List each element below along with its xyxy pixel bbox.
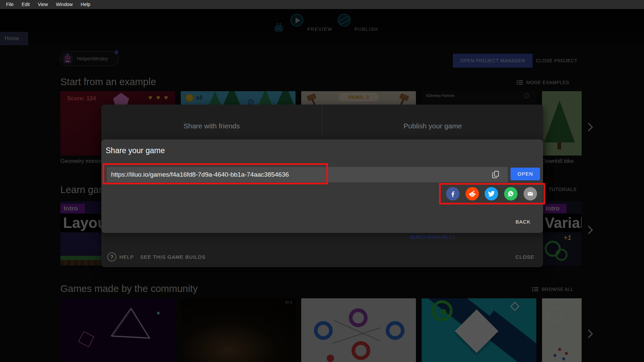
menu-bar: File Edit View Window Help	[0, 0, 644, 9]
back-button[interactable]: BACK	[516, 219, 531, 225]
menu-help[interactable]: Help	[77, 0, 95, 9]
open-game-button[interactable]: OPEN	[511, 168, 540, 180]
copy-url-button[interactable]	[490, 169, 502, 181]
annotation-box-social	[439, 183, 545, 204]
share-dialog-title: Share your game	[106, 146, 165, 155]
menu-window[interactable]: Window	[52, 0, 77, 9]
menu-view[interactable]: View	[34, 0, 52, 9]
copy-icon	[491, 170, 500, 179]
menu-edit[interactable]: Edit	[18, 0, 34, 9]
gdevelop-window: File Edit View Window Help PREVIEW PUBLI…	[0, 0, 644, 362]
annotation-box-url	[103, 163, 328, 184]
menu-file[interactable]: File	[2, 0, 18, 9]
